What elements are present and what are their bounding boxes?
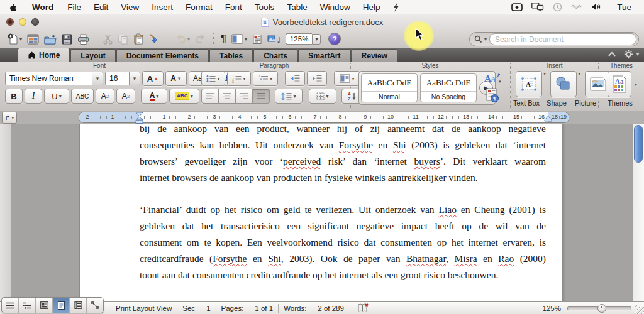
show-formatting-marks-button[interactable]: ¶ — [218, 31, 229, 46]
help-button[interactable]: ? — [328, 33, 341, 45]
redo-button[interactable] — [192, 31, 209, 46]
search-input[interactable]: Search in Document — [489, 33, 636, 45]
highlight-button[interactable]: ABC ▾ — [169, 89, 199, 104]
sidebar-view-dropdown-arrow[interactable]: ▾ — [245, 36, 247, 42]
words-value[interactable]: 2 of 289 — [318, 305, 344, 312]
window-title-bar[interactable]: a Voorbeeldtekst redigeren.docx — [0, 14, 644, 30]
copy-button[interactable] — [115, 31, 131, 46]
new-document-dropdown-arrow[interactable]: ▾ — [19, 36, 22, 42]
insert-textbox-button[interactable]: A ▾ — [516, 71, 546, 97]
columns-dropdown-arrow[interactable]: ▾ — [352, 76, 354, 82]
tab-review[interactable]: Review — [352, 49, 397, 62]
notebook-layout-view-button[interactable] — [70, 298, 87, 313]
sidebar-view-button[interactable]: ▾ — [229, 31, 250, 46]
subscript-button[interactable]: A2 — [116, 89, 135, 104]
paste-button[interactable] — [131, 31, 147, 46]
ribbon-settings-button[interactable]: ▾ — [624, 50, 639, 59]
decrease-indent-button[interactable] — [285, 71, 305, 86]
search-widget[interactable]: ▾ Search in Document — [469, 32, 639, 46]
vertical-scrollbar-thumb[interactable] — [634, 125, 643, 163]
search-dropdown-arrow[interactable]: ▾ — [484, 36, 487, 42]
tab-tables[interactable]: Tables — [209, 49, 253, 62]
highlight-dropdown-arrow[interactable]: ▾ — [191, 94, 193, 99]
right-indent-marker[interactable] — [544, 116, 552, 122]
themes-button[interactable]: Aa ▾ — [608, 71, 637, 97]
increase-indent-button[interactable] — [307, 71, 327, 86]
section-value[interactable]: 1 — [206, 305, 210, 312]
spelling-status-button[interactable] — [358, 303, 369, 313]
font-color-button[interactable]: A ▾ — [141, 89, 167, 104]
menu-item-view[interactable]: View — [114, 1, 145, 14]
menu-item-edit[interactable]: Edit — [87, 1, 114, 14]
volume-icon[interactable] — [591, 3, 602, 11]
menu-item-script[interactable] — [386, 3, 406, 12]
view-name-label[interactable]: Print Layout View — [116, 305, 172, 312]
screen-recording-icon[interactable] — [511, 3, 523, 11]
first-line-indent-marker[interactable] — [135, 112, 143, 117]
borders-dropdown-arrow[interactable]: ▾ — [326, 94, 328, 99]
save-button[interactable] — [59, 31, 75, 46]
close-button[interactable] — [6, 18, 14, 26]
italic-button[interactable]: I — [25, 89, 42, 104]
change-styles-button[interactable]: AA▾ — [484, 72, 502, 84]
zoom-slider-knob[interactable] — [597, 304, 606, 313]
outline-view-button[interactable] — [19, 298, 36, 313]
elements-gallery-button[interactable] — [25, 31, 42, 46]
zoom-button[interactable] — [31, 18, 39, 26]
vertical-scrollbar[interactable] — [632, 124, 644, 302]
textbox-dropdown-arrow[interactable]: ▾ — [543, 71, 546, 77]
pages-value[interactable]: 1 of 1 — [255, 305, 273, 312]
borders-button[interactable]: ▾ — [309, 89, 336, 104]
apple-menu[interactable] — [0, 3, 25, 12]
print-layout-view-button[interactable] — [53, 298, 70, 313]
toolbar-zoom-control[interactable]: 125% ▾ — [286, 33, 321, 45]
underline-dropdown-arrow[interactable]: ▾ — [59, 94, 62, 99]
document-map-button[interactable] — [250, 31, 265, 46]
line-spacing-dropdown-arrow[interactable]: ▾ — [293, 94, 296, 99]
time-machine-icon[interactable] — [553, 3, 562, 12]
format-painter-button[interactable] — [147, 31, 163, 46]
focus-view-button[interactable] — [87, 298, 103, 313]
align-center-button[interactable] — [219, 89, 236, 104]
minimize-button[interactable] — [19, 18, 26, 26]
bullets-button[interactable]: ▾ — [201, 71, 225, 86]
tab-document-elements[interactable]: Document Elements — [116, 49, 209, 62]
tab-smartart[interactable]: SmartArt — [298, 49, 350, 62]
zoom-slider[interactable] — [567, 306, 631, 310]
style-card-no-spacing[interactable]: AaBbCcDdE No Spacing — [420, 73, 477, 102]
menu-bar-clock[interactable]: Tue — [611, 1, 638, 14]
collapse-ribbon-button[interactable] — [608, 51, 616, 57]
tab-layout[interactable]: Layout — [70, 49, 115, 62]
manage-styles-button[interactable]: ¶ — [486, 88, 499, 103]
bold-button[interactable]: B — [5, 89, 23, 104]
undo-button[interactable]: ▾ — [172, 31, 192, 46]
align-left-button[interactable] — [201, 89, 219, 104]
shrink-font-button[interactable]: A▼ — [165, 71, 187, 86]
menu-item-table[interactable]: Table — [280, 1, 313, 14]
tab-home[interactable]: Home — [18, 48, 70, 62]
grow-font-button[interactable]: A▲ — [142, 71, 164, 86]
publishing-layout-view-button[interactable] — [36, 298, 53, 313]
open-button[interactable] — [42, 31, 59, 46]
justify-button[interactable] — [253, 89, 270, 104]
font-color-dropdown-arrow[interactable]: ▾ — [156, 94, 158, 99]
toolbar-zoom-value[interactable]: 125% — [286, 33, 312, 45]
window-resize-grip[interactable] — [635, 305, 644, 314]
page-text[interactable]: ‘Perceived’ risk kan het beste worden om… — [140, 124, 546, 283]
displays-icon[interactable] — [531, 3, 544, 11]
numbering-button[interactable]: 123 ▾ — [227, 71, 251, 86]
line-spacing-button[interactable]: ▾ — [275, 89, 303, 104]
font-name-select[interactable]: Times New Roman ▼ — [5, 72, 103, 85]
menu-item-help[interactable]: Help — [357, 1, 387, 14]
strikethrough-button[interactable]: ABC — [71, 89, 94, 104]
underline-button[interactable]: U ▾ — [44, 89, 69, 104]
media-browser-button[interactable]: ♪ — [265, 31, 283, 46]
columns-button[interactable]: ▾ — [334, 71, 360, 86]
tab-stop-selector[interactable]: ↱▾ — [2, 112, 17, 124]
undo-dropdown-arrow[interactable]: ▾ — [187, 36, 190, 42]
menu-item-file[interactable]: File — [61, 1, 87, 14]
themes-dropdown-arrow[interactable]: ▾ — [635, 82, 637, 87]
print-button[interactable] — [75, 31, 92, 46]
insert-shape-button[interactable]: ▾ — [550, 71, 580, 97]
menu-item-tools[interactable]: Tools — [248, 1, 281, 14]
